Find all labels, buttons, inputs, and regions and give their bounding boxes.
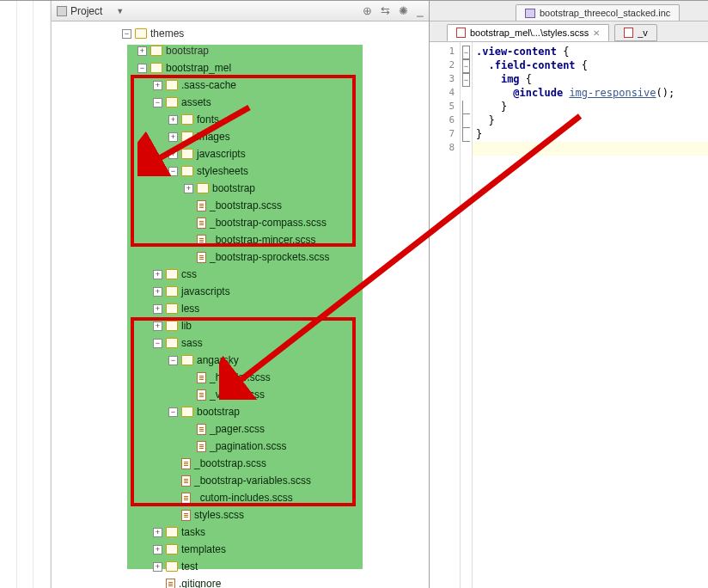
folder-icon	[166, 269, 178, 279]
tree-node-label: _bootstrap-sprockets.scss	[210, 251, 329, 263]
scss-file-icon	[624, 28, 633, 38]
settings-icon[interactable]: ✺	[399, 4, 408, 17]
tree-node[interactable]: +templates	[55, 541, 429, 558]
code-line[interactable]: }	[473, 128, 708, 142]
expand-icon[interactable]: +	[184, 184, 193, 193]
tab-label: bootstrap_mel\...\styles.scss	[470, 28, 589, 38]
file-icon	[166, 579, 175, 589]
tree-node[interactable]: +less	[55, 300, 429, 317]
collapse-icon[interactable]: −	[137, 64, 147, 73]
tree-node[interactable]: +test	[55, 558, 429, 575]
expand-icon[interactable]: +	[137, 46, 147, 56]
expand-icon[interactable]: +	[153, 304, 162, 314]
fold-close-icon	[462, 114, 470, 128]
file-icon	[181, 493, 191, 504]
tree-node[interactable]: −bootstrap	[55, 403, 429, 420]
tree-node[interactable]: −sass	[55, 334, 429, 352]
tree-node[interactable]: _bootstrap.scss	[55, 455, 429, 472]
collapse-icon[interactable]: −	[153, 98, 162, 107]
tree-node[interactable]: _bootstrap.scss	[55, 197, 429, 214]
tree-node[interactable]: +.sass-cache	[55, 77, 429, 94]
tree-node[interactable]: .gitignore	[55, 575, 429, 588]
code-content[interactable]: .view-content { .field-content { img { @…	[473, 42, 708, 588]
file-icon	[181, 510, 191, 521]
folder-icon	[181, 407, 193, 417]
expand-icon[interactable]: +	[153, 81, 162, 90]
expand-icon[interactable]: +	[153, 322, 162, 331]
code-editor[interactable]: 12345678 −−− .view-content { .field-cont…	[430, 42, 708, 588]
expand-icon[interactable]: +	[153, 287, 162, 297]
tree-node[interactable]: _bootstrap-sprockets.scss	[55, 248, 429, 266]
tree-node[interactable]: −angarsky	[55, 352, 429, 369]
expand-icon[interactable]: +	[153, 270, 162, 279]
code-line[interactable]: img {	[473, 73, 708, 87]
tree-node[interactable]: _pagination.scss	[55, 438, 429, 455]
tree-node-label: bootstrap	[212, 182, 255, 194]
tree-node[interactable]: −stylesheets	[55, 162, 429, 180]
expand-icon[interactable]: +	[168, 150, 178, 159]
collapse-icon[interactable]: ⇆	[381, 4, 390, 17]
code-line[interactable]: }	[473, 114, 708, 128]
expand-icon[interactable]: +	[153, 528, 162, 537]
tree-node-label: bootstrap	[166, 45, 209, 57]
collapse-icon[interactable]: −	[168, 407, 178, 417]
fold-open-icon[interactable]: −	[462, 59, 470, 73]
tab-top-file[interactable]: bootstrap_threecol_stacked.inc	[516, 4, 680, 21]
tree-node[interactable]: _header.scss	[55, 369, 429, 386]
file-icon	[197, 372, 206, 383]
tree-node[interactable]: −bootstrap_mel	[55, 59, 429, 77]
fold-open-icon[interactable]: −	[462, 73, 470, 87]
tree-node[interactable]: _bootstrap-variables.scss	[55, 472, 429, 489]
code-line[interactable]: .view-content {	[473, 46, 708, 59]
tree-node[interactable]: _cutom-includes.scss	[55, 489, 429, 506]
collapse-icon[interactable]: −	[122, 29, 131, 39]
tree-node-label: _pager.scss	[210, 423, 265, 435]
expand-icon[interactable]: +	[153, 545, 162, 554]
tree-node[interactable]: _bootstrap-compass.scss	[55, 214, 429, 231]
folder-icon	[135, 28, 147, 39]
tab-label: bootstrap_threecol_stacked.inc	[540, 8, 670, 18]
tree-node[interactable]: +images	[55, 128, 429, 145]
tree-node-label: fonts	[197, 113, 219, 126]
collapse-icon[interactable]: −	[153, 339, 162, 348]
folder-icon	[166, 321, 178, 331]
collapse-icon[interactable]: −	[168, 167, 178, 176]
tree-node-label: angarsky	[197, 354, 239, 366]
folder-icon	[166, 544, 178, 554]
fold-gutter[interactable]: −−−	[461, 42, 473, 588]
fold-open-icon[interactable]: −	[462, 46, 470, 59]
minimize-icon[interactable]: ⎯	[417, 4, 424, 17]
tree-node[interactable]: _pager.scss	[55, 420, 429, 438]
folder-icon	[166, 80, 178, 90]
tree-node[interactable]: +css	[55, 266, 429, 283]
tree-node[interactable]: styles.scss	[55, 506, 429, 524]
editor-tab[interactable]: _v	[614, 24, 657, 41]
tree-node[interactable]: _bootstrap-mincer.scss	[55, 231, 429, 248]
tree-node[interactable]: +tasks	[55, 524, 429, 541]
close-icon[interactable]: ✕	[593, 28, 600, 38]
tree-node[interactable]: +bootstrap	[55, 180, 429, 197]
code-line[interactable]: @include img-responsive();	[473, 87, 708, 101]
project-tree[interactable]: −themes+bootstrap−bootstrap_mel+.sass-ca…	[52, 21, 429, 588]
code-line[interactable]: .field-content {	[473, 59, 708, 73]
folder-icon	[166, 286, 178, 297]
folder-icon	[166, 527, 178, 537]
panel-dropdown-icon[interactable]: ▼	[116, 7, 124, 15]
collapse-icon[interactable]: −	[168, 356, 178, 365]
tree-node[interactable]: +javascripts	[55, 145, 429, 162]
code-line[interactable]: }	[473, 101, 708, 114]
tree-node[interactable]: +fonts	[55, 111, 429, 128]
editor-tab[interactable]: bootstrap_mel\...\styles.scss✕	[447, 24, 609, 41]
tree-node[interactable]: +lib	[55, 317, 429, 334]
expand-icon[interactable]: +	[168, 115, 178, 125]
expand-icon[interactable]: +	[168, 132, 178, 142]
tree-node[interactable]: _views.scss	[55, 386, 429, 403]
code-line[interactable]	[473, 142, 708, 156]
tree-node[interactable]: +javascripts	[55, 283, 429, 300]
expand-icon[interactable]: +	[153, 562, 162, 572]
tree-node[interactable]: +bootstrap	[55, 42, 429, 59]
locate-icon[interactable]: ⊕	[363, 4, 372, 17]
fold-close-icon	[462, 101, 470, 114]
tree-node[interactable]: −themes	[55, 25, 429, 42]
tree-node[interactable]: −assets	[55, 94, 429, 111]
